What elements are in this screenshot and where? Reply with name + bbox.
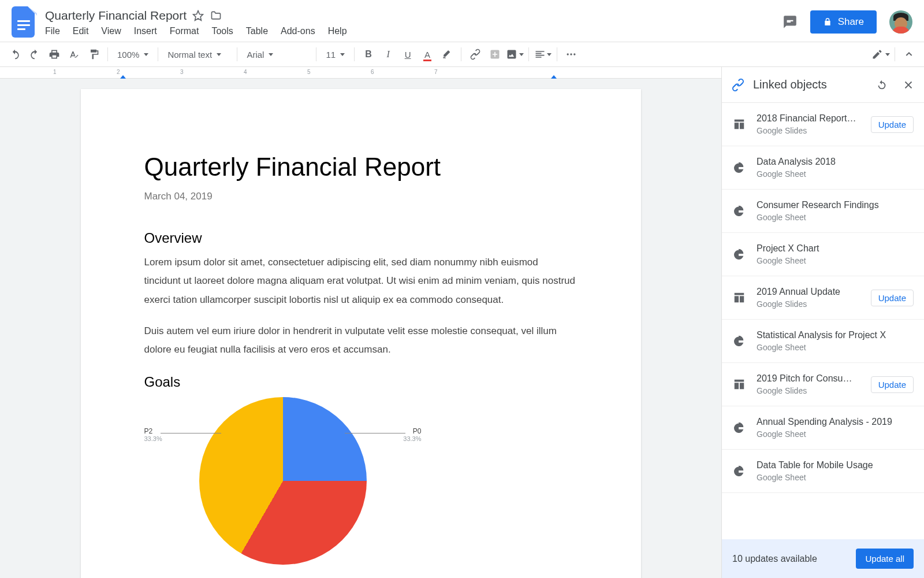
menu-addons[interactable]: Add-ons [281,26,315,36]
editing-mode-icon[interactable] [871,45,890,64]
doc-paragraph[interactable]: Lorem ipsum dolor sit amet, consectetuer… [144,253,578,309]
linked-object-item[interactable]: 2018 Financial Report…Google SlidesUpdat… [722,103,924,146]
linked-object-source: Google Slides [757,126,860,135]
font-size-value: 11 [326,50,336,60]
panel-title: Linked objects [753,78,867,91]
menu-table[interactable]: Table [246,26,268,36]
svg-marker-3 [193,11,203,21]
align-icon[interactable] [534,45,552,64]
print-icon[interactable] [45,45,64,64]
panel-footer: 10 updates available Update all [722,539,924,578]
insert-comment-icon[interactable] [486,45,504,64]
table-icon [732,378,746,391]
menu-help[interactable]: Help [328,26,347,36]
highlight-icon[interactable] [438,45,456,64]
linked-object-item[interactable]: Project X ChartGoogle Sheet [722,233,924,276]
pie-chart[interactable]: P2 33.3% P0 33.3% [144,397,422,565]
menu-edit[interactable]: Edit [73,26,89,36]
collapse-sidebar-icon[interactable] [900,45,918,64]
star-icon[interactable] [192,10,204,21]
account-avatar[interactable] [889,10,912,34]
document-page[interactable]: Quarterly Financial Report March 04, 201… [81,89,641,578]
insert-link-icon[interactable] [466,45,485,64]
linked-object-item[interactable]: Annual Spending Analysis - 2019Google Sh… [722,406,924,450]
update-button[interactable]: Update [871,376,914,393]
menu-format[interactable]: Format [170,26,199,36]
document-canvas[interactable]: 1 2 3 4 5 6 7 Quarterly Financial Report… [0,67,721,578]
text-color-icon[interactable]: A [418,45,437,64]
italic-icon[interactable]: I [379,45,397,64]
update-button[interactable]: Update [871,290,914,306]
right-indent-marker[interactable] [551,75,557,79]
doc-title[interactable]: Quarterly Financial Report [45,9,187,23]
lock-icon [823,17,832,27]
zoom-select[interactable]: 100% [113,45,153,64]
linked-object-title: Project X Chart [757,243,914,254]
linked-object-title: 2019 Pitch for Consu… [757,373,860,384]
paragraph-style-select[interactable]: Normal text [163,45,232,64]
undo-icon[interactable] [6,45,24,64]
update-all-button[interactable]: Update all [856,549,914,569]
redo-icon[interactable] [25,45,44,64]
doc-paragraph[interactable]: Duis autem vel eum iriure dolor in hendr… [144,322,578,360]
ruler-num: 3 [180,69,184,75]
doc-heading-overview[interactable]: Overview [144,230,578,246]
paint-format-icon[interactable] [84,45,103,64]
linked-object-source: Google Sheet [757,256,914,265]
comments-icon[interactable] [783,14,798,29]
linked-object-item[interactable]: Data Analysis 2018Google Sheet [722,146,924,190]
pie-chart-icon [732,205,746,217]
linked-object-item[interactable]: Statistical Analysis for Project XGoogle… [722,320,924,363]
linked-object-item[interactable]: 2019 Annual UpdateGoogle SlidesUpdate [722,276,924,320]
doc-date[interactable]: March 04, 2019 [144,191,578,202]
horizontal-ruler[interactable]: 1 2 3 4 5 6 7 [0,67,721,79]
zoom-value: 100% [117,50,139,60]
more-icon[interactable] [562,45,580,64]
linked-object-source: Google Sheet [757,213,914,222]
share-label: Share [838,16,864,28]
linked-objects-list[interactable]: 2018 Financial Report…Google SlidesUpdat… [722,103,924,539]
font-select[interactable]: Arial [242,45,311,64]
linked-object-title: 2018 Financial Report… [757,113,860,124]
docs-logo-icon[interactable] [12,6,37,38]
svg-point-5 [567,53,569,55]
doc-heading-title[interactable]: Quarterly Financial Report [144,153,578,181]
font-size-select[interactable]: 11 [321,45,349,64]
doc-heading-goals[interactable]: Goals [144,374,578,390]
move-folder-icon[interactable] [210,10,222,21]
chart-leader-line [161,433,221,433]
ruler-num: 1 [53,69,57,75]
pie-chart-graphic [199,397,367,565]
updates-available-label: 10 updates available [732,554,848,564]
underline-icon[interactable]: U [398,45,417,64]
insert-image-icon[interactable] [505,45,524,64]
font-value: Arial [247,50,264,60]
linked-object-title: Data Analysis 2018 [757,157,914,167]
table-icon [732,291,746,304]
svg-point-7 [573,53,575,55]
spellcheck-icon[interactable] [65,45,83,64]
pie-chart-icon [732,248,746,261]
left-indent-marker[interactable] [120,75,126,79]
table-icon [732,118,746,131]
bold-icon[interactable]: B [359,45,378,64]
update-button[interactable]: Update [871,116,914,133]
menu-tools[interactable]: Tools [211,26,233,36]
menu-view[interactable]: View [101,26,121,36]
svg-point-6 [570,53,572,55]
ruler-num: 2 [117,69,120,75]
menu-insert[interactable]: Insert [134,26,157,36]
chart-leader-line [345,433,405,433]
style-value: Normal text [167,50,212,60]
refresh-icon[interactable] [875,79,888,91]
close-icon[interactable] [902,79,915,91]
linked-object-item[interactable]: Consumer Research FindingsGoogle Sheet [722,190,924,233]
linked-object-title: Data Table for Mobile Usage [757,460,914,470]
chevron-down-icon [269,53,273,56]
share-button[interactable]: Share [810,10,877,34]
chevron-down-icon [519,53,524,56]
svg-rect-1 [17,24,30,26]
menu-file[interactable]: File [45,26,60,36]
linked-object-item[interactable]: Data Table for Mobile UsageGoogle Sheet [722,450,924,493]
linked-object-item[interactable]: 2019 Pitch for Consu…Google SlidesUpdate [722,363,924,406]
